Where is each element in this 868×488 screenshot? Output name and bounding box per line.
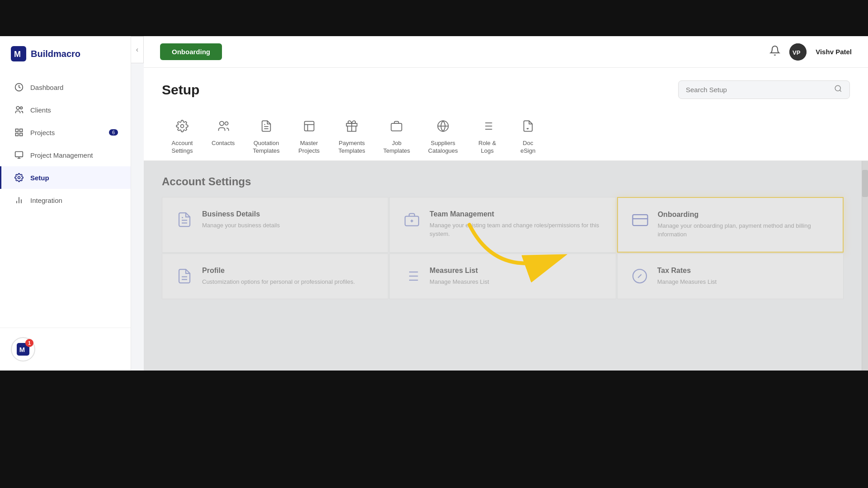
nav-icon-quotation-templates-label: QuotationTemplates: [253, 140, 279, 155]
svg-rect-7: [16, 133, 19, 136]
account-settings-title: Account Settings: [162, 175, 844, 188]
app-name: Buildmacro: [31, 49, 80, 59]
sidebar-bottom: M 1: [0, 328, 131, 371]
sidebar-label-dashboard: Dashboard: [30, 84, 63, 91]
cards-grid: Business Details Manage your business de…: [162, 197, 844, 300]
nav-icon-role-logs[interactable]: Role &Logs: [467, 111, 508, 160]
card-measures-list[interactable]: Measures List Manage Measures List: [389, 253, 616, 300]
app-header: Onboarding VP Vishv Patel: [144, 36, 868, 68]
sidebar: M Buildmacro Dashboard Clients: [0, 36, 131, 371]
card-desc-team-management: Manage your existing team and change rol…: [429, 221, 603, 239]
nav-icon-account-settings[interactable]: AccountSettings: [162, 111, 203, 160]
svg-point-16: [181, 125, 184, 128]
card-team-management[interactable]: Team Management Manage your existing tea…: [389, 197, 616, 253]
card-desc-onboarding: Manage your onboarding plan, payment met…: [658, 221, 830, 239]
sidebar-item-dashboard[interactable]: Dashboard: [0, 76, 131, 99]
svg-point-18: [225, 122, 228, 125]
onboarding-icon: [631, 211, 650, 230]
svg-rect-22: [392, 123, 402, 131]
search-icon: [834, 84, 842, 95]
sidebar-item-clients[interactable]: Clients: [0, 99, 131, 121]
quotation-icon: [256, 116, 276, 136]
svg-rect-35: [632, 215, 647, 225]
projects-badge: 6: [109, 129, 118, 136]
doc-esign-icon: [518, 116, 538, 136]
logo-icon: M: [11, 46, 26, 61]
profile-icon: [175, 267, 194, 286]
nav-icon-suppliers-catalogues[interactable]: SuppliersCatalogues: [419, 111, 467, 160]
team-management-icon: [402, 210, 421, 229]
svg-point-3: [16, 107, 19, 110]
sidebar-item-setup[interactable]: Setup: [0, 166, 131, 189]
page-header-bar: Setup: [144, 68, 868, 161]
svg-rect-9: [15, 152, 23, 157]
tax-rates-text: Tax Rates Manage Measures List: [657, 267, 830, 286]
svg-point-10: [18, 177, 20, 179]
dashboard-icon: [14, 82, 24, 92]
nav-icon-account-settings-label: AccountSettings: [172, 140, 193, 155]
onboarding-text: Onboarding Manage your onboarding plan, …: [658, 211, 830, 239]
scrollbar-thumb[interactable]: [862, 170, 868, 197]
search-input[interactable]: [686, 86, 830, 94]
scrollbar[interactable]: [862, 161, 868, 371]
card-profile[interactable]: Profile Customization options for person…: [162, 253, 388, 300]
sidebar-label-integration: Integration: [30, 197, 62, 204]
sidebar-collapse-button[interactable]: ‹: [131, 36, 144, 63]
team-management-text: Team Management Manage your existing tea…: [429, 210, 603, 239]
nav-icon-doc-esign-label: DoceSign: [520, 140, 535, 155]
card-desc-profile: Customization options for personal or pr…: [202, 277, 375, 286]
logo-area: M Buildmacro: [0, 36, 131, 71]
svg-text:M: M: [14, 50, 21, 59]
sidebar-item-project-management[interactable]: Project Management: [0, 144, 131, 166]
card-desc-business-details: Manage your business details: [202, 221, 375, 230]
business-details-text: Business Details Manage your business de…: [202, 210, 375, 230]
page-title: Setup: [162, 82, 199, 98]
project-management-icon: [14, 150, 24, 160]
card-onboarding[interactable]: Onboarding Manage your onboarding plan, …: [617, 197, 844, 253]
svg-rect-6: [20, 129, 23, 132]
svg-point-4: [20, 107, 23, 109]
sidebar-nav: Dashboard Clients Projects 6: [0, 71, 131, 328]
nav-icon-role-logs-label: Role &Logs: [478, 140, 496, 155]
tax-rates-icon: [630, 267, 649, 286]
bell-icon[interactable]: [769, 45, 780, 59]
card-business-details[interactable]: Business Details Manage your business de…: [162, 197, 388, 253]
card-title-tax-rates: Tax Rates: [657, 267, 830, 275]
card-title-profile: Profile: [202, 267, 375, 275]
nav-icon-doc-esign[interactable]: DoceSign: [508, 111, 548, 160]
nav-icon-payments-templates-label: PaymentsTemplates: [339, 140, 365, 155]
notification-button[interactable]: M 1: [11, 337, 35, 361]
profile-text: Profile Customization options for person…: [202, 267, 375, 286]
user-avatar[interactable]: VP: [789, 43, 807, 61]
nav-icon-contacts[interactable]: Contacts: [203, 111, 244, 160]
master-projects-icon: [299, 116, 319, 136]
sidebar-label-clients: Clients: [30, 106, 51, 114]
integration-icon: [14, 195, 24, 205]
job-templates-icon: [387, 116, 406, 136]
nav-icon-master-projects[interactable]: MasterProjects: [289, 111, 330, 160]
nav-icon-payments-templates[interactable]: PaymentsTemplates: [330, 111, 374, 160]
nav-icon-job-templates[interactable]: JobTemplates: [374, 111, 419, 160]
nav-icon-job-templates-label: JobTemplates: [383, 140, 410, 155]
onboarding-button[interactable]: Onboarding: [160, 43, 222, 60]
gear-icon: [172, 116, 192, 136]
sidebar-item-integration[interactable]: Integration: [0, 189, 131, 211]
notification-badge: 1: [25, 339, 33, 347]
sidebar-label-setup: Setup: [30, 174, 49, 182]
nav-icon-master-projects-label: MasterProjects: [298, 140, 320, 155]
svg-point-15: [835, 85, 840, 91]
chevron-left-icon: ‹: [136, 46, 138, 54]
card-title-onboarding: Onboarding: [658, 211, 830, 219]
svg-rect-5: [16, 129, 19, 132]
suppliers-icon: [433, 116, 453, 136]
sidebar-item-projects[interactable]: Projects 6: [0, 121, 131, 144]
payments-icon: [342, 116, 362, 136]
svg-text:VP: VP: [793, 49, 801, 56]
card-desc-tax-rates: Manage Measures List: [657, 277, 830, 286]
nav-icon-quotation-templates[interactable]: QuotationTemplates: [244, 111, 288, 160]
search-bar[interactable]: [678, 80, 850, 99]
card-tax-rates[interactable]: Tax Rates Manage Measures List: [617, 253, 844, 300]
header-right: VP Vishv Patel: [769, 43, 852, 61]
nav-icon-suppliers-catalogues-label: SuppliersCatalogues: [428, 140, 458, 155]
avatar-image: VP: [789, 43, 807, 61]
